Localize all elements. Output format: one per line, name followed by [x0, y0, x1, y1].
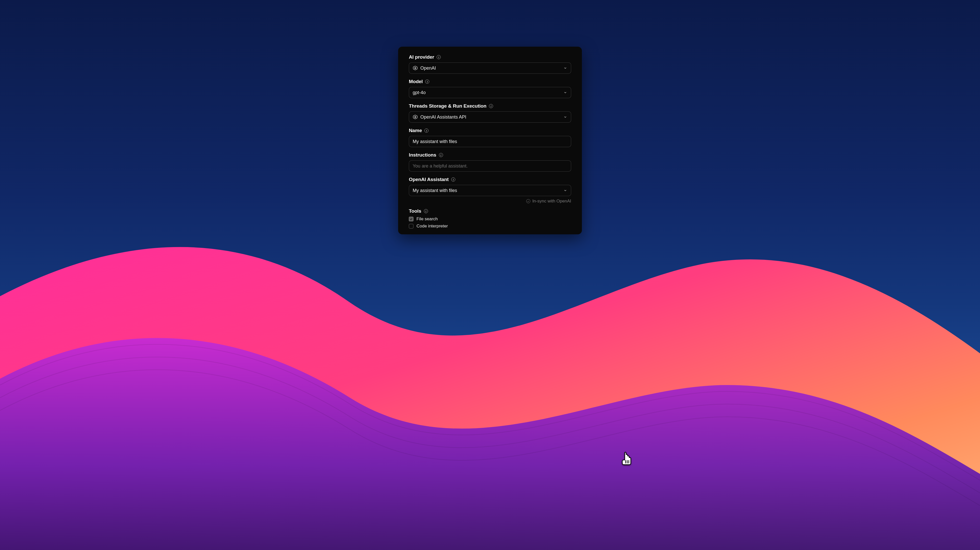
ai-provider-value: OpenAI [420, 65, 561, 71]
model-select[interactable]: gpt-4o [409, 87, 571, 98]
code-interpreter-label: Code interpreter [417, 223, 448, 229]
field-ai-provider: AI provider i OpenAI [409, 54, 571, 74]
instructions-input[interactable] [413, 161, 567, 171]
chevron-down-icon [563, 90, 567, 95]
chevron-down-icon [563, 115, 567, 119]
field-threads-storage: Threads Storage & Run Execution i OpenAI… [409, 103, 571, 123]
info-icon[interactable]: i [425, 79, 429, 84]
chevron-down-icon [563, 189, 567, 192]
field-name: Name i [409, 128, 571, 147]
check-circle-icon [526, 199, 530, 203]
chevron-down-icon [563, 66, 567, 70]
name-input[interactable] [413, 136, 567, 147]
ai-provider-select[interactable]: OpenAI [409, 62, 571, 74]
openai-assistant-label: OpenAI Assistant [409, 177, 449, 182]
file-search-label: File search [417, 217, 438, 222]
code-interpreter-checkbox[interactable] [409, 224, 414, 228]
field-instructions: Instructions i [409, 152, 571, 171]
field-openai-assistant: OpenAI Assistant i My assistant with fil… [409, 177, 571, 204]
sync-status-text: In-sync with OpenAI [532, 199, 571, 204]
tools-label: Tools [409, 208, 422, 214]
pointer-cursor-icon [619, 451, 634, 465]
instructions-label: Instructions [409, 152, 436, 158]
name-input-wrapper [409, 136, 571, 147]
ai-provider-label: AI provider [409, 54, 434, 60]
model-label: Model [409, 79, 423, 84]
openai-icon [413, 114, 418, 120]
name-label: Name [409, 128, 422, 133]
openai-icon [413, 65, 418, 71]
sync-status: In-sync with OpenAI [409, 199, 571, 204]
field-model: Model i gpt-4o [409, 79, 571, 98]
tool-file-search: File search [409, 217, 571, 222]
openai-assistant-value: My assistant with files [413, 188, 561, 193]
info-icon[interactable]: i [437, 55, 441, 59]
file-search-checkbox[interactable] [409, 217, 414, 221]
model-value: gpt-4o [413, 90, 561, 95]
openai-assistant-select[interactable]: My assistant with files [409, 185, 571, 196]
info-icon[interactable]: i [425, 128, 428, 133]
settings-panel: AI provider i OpenAI Model i gpt-4o [398, 47, 582, 235]
tool-code-interpreter: Code interpreter [409, 223, 571, 229]
instructions-input-wrapper [409, 160, 571, 171]
info-icon[interactable]: i [439, 153, 443, 157]
background-wave [0, 220, 980, 550]
tools-section: Tools i File search Code interpreter [409, 208, 571, 229]
threads-storage-value: OpenAI Assistants API [420, 114, 561, 120]
threads-storage-select[interactable]: OpenAI Assistants API [409, 111, 571, 123]
info-icon[interactable]: i [424, 209, 428, 213]
info-icon[interactable]: i [451, 178, 455, 182]
threads-storage-label: Threads Storage & Run Execution [409, 103, 487, 109]
info-icon[interactable]: i [489, 104, 493, 108]
